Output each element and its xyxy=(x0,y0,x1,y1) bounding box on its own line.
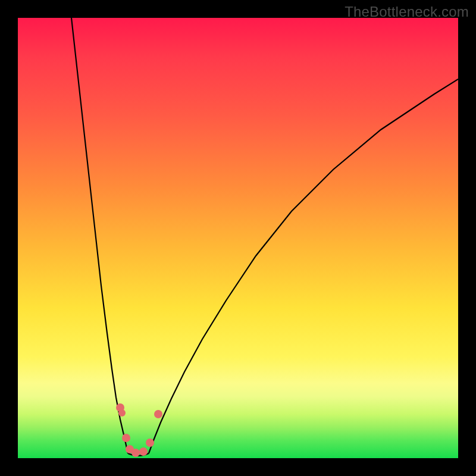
valley-marker-dot xyxy=(122,434,130,442)
watermark-text: TheBottleneck.com xyxy=(345,4,469,20)
valley-marker-dot xyxy=(131,449,140,457)
valley-marker-dot xyxy=(139,447,148,456)
outer-frame: TheBottleneck.com xyxy=(0,0,476,476)
valley-marker-dot xyxy=(146,439,154,447)
curve-right-branch xyxy=(149,79,458,453)
bottleneck-curve xyxy=(18,18,458,458)
valley-marker-dot xyxy=(154,410,162,418)
curve-left-branch xyxy=(71,18,128,453)
valley-marker-dot xyxy=(118,409,126,416)
gradient-plot-area xyxy=(18,18,458,458)
